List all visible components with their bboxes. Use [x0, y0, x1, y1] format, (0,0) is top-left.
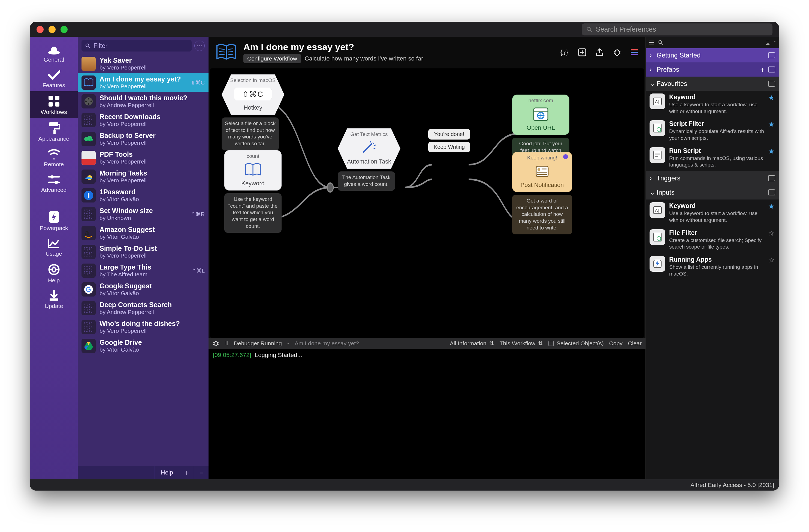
sidebar-item-workflows[interactable]: Workflows	[30, 91, 78, 118]
svg-line-57	[219, 54, 225, 55]
palette-item[interactable]: File Filter Create a customised file sea…	[646, 226, 779, 253]
workflow-item[interactable]: Simple To-Do List by Vero Pepperrell	[78, 242, 208, 261]
svg-text:G: G	[86, 285, 91, 293]
workflow-item[interactable]: Am I done my essay yet? by Vero Pepperre…	[78, 73, 208, 92]
sidebar-item-help[interactable]: Help	[30, 260, 78, 287]
favourite-star-button[interactable]: ★	[768, 120, 775, 128]
node-hotkey[interactable]: Selection in macOS ⇧⌘C Hotkey Select a f…	[222, 74, 279, 151]
expand-all-button[interactable]: ⌃	[773, 40, 776, 45]
node-automation-task[interactable]: Get Text Metrics Automation Task The Aut…	[338, 128, 395, 191]
collapse-all-button[interactable]: ⌄	[766, 40, 770, 45]
svg-rect-24	[84, 116, 88, 119]
add-note-button[interactable]	[577, 48, 587, 57]
svg-point-80	[659, 40, 662, 44]
node-keyword[interactable]: count Keyword Use the keyword "count" an…	[224, 150, 281, 233]
sidebar-item-features[interactable]: Features	[30, 66, 78, 91]
debug-button[interactable]	[612, 48, 622, 57]
workflow-item[interactable]: Should I watch this movie? by Andrew Pep…	[78, 92, 208, 111]
close-window-button[interactable]	[36, 26, 44, 33]
favourite-star-button[interactable]: ☆	[768, 256, 775, 264]
section-prefabs[interactable]: ›Prefabs＋	[646, 63, 779, 76]
search-preferences-input[interactable]: Search Preferences	[582, 23, 773, 35]
favourite-star-button[interactable]: ★	[768, 202, 775, 211]
debugger-copy-button[interactable]: Copy	[609, 340, 623, 347]
workflow-item[interactable]: Recent Downloads by Vero Pepperrell	[78, 111, 208, 130]
node-post-notification[interactable]: Keep writing! Post Notification Get a wo…	[512, 152, 572, 234]
workflow-item[interactable]: Google Drive by Vítor Galvão	[78, 336, 208, 355]
section-inputs[interactable]: ⌄Inputs	[646, 185, 779, 200]
search-icon[interactable]	[658, 39, 664, 46]
workflow-item[interactable]: a Amazon Suggest by Vítor Galvão	[78, 223, 208, 242]
workflow-canvas[interactable]: Selection in macOS ⇧⌘C Hotkey Select a f…	[210, 68, 644, 338]
favourite-star-button[interactable]: ★	[768, 93, 775, 102]
branch-keep[interactable]: Keep Writing	[428, 142, 470, 152]
workflow-item[interactable]: 1Password by Vítor Galvão	[78, 186, 208, 205]
debugger-selected-checkbox[interactable]: Selected Object(s)	[548, 340, 604, 347]
palette-item[interactable]: Running Apps Show a list of currently ru…	[646, 253, 779, 280]
zoom-window-button[interactable]	[61, 26, 68, 33]
sidebar-item-appearance[interactable]: Appearance	[30, 118, 78, 145]
debugger-log[interactable]: [09:05:27.672] Logging Started...	[208, 349, 646, 479]
section-getting-started[interactable]: ›Getting Started	[646, 48, 779, 63]
book-icon	[215, 43, 237, 62]
palette-item[interactable]: A| Keyword Use a keyword to start a work…	[646, 91, 779, 118]
workflow-item[interactable]: Morning Tasks by Vero Pepperrell	[78, 167, 208, 186]
workflow-help-button[interactable]: Help	[155, 466, 179, 479]
wand-icon	[361, 141, 377, 155]
workflow-item[interactable]: Deep Contacts Search by Andrew Pepperrel…	[78, 299, 208, 318]
log-timestamp: [09:05:27.672]	[213, 351, 251, 358]
node-caption: Get a word of encouragement, and a calcu…	[512, 195, 572, 234]
sidebar-item-remote[interactable]: Remote	[30, 145, 78, 170]
sidebar-item-general[interactable]: General	[30, 42, 78, 66]
favourite-star-button[interactable]: ☆	[768, 229, 775, 238]
workflow-item-author: by Vero Pepperrell	[100, 83, 187, 90]
list-icon[interactable]	[649, 40, 654, 45]
svg-line-1	[590, 30, 592, 32]
palette-item[interactable]: Script Filter Dynamically populate Alfre…	[646, 118, 779, 144]
add-workflow-button[interactable]: ＋	[179, 466, 194, 479]
sidebar-item-advanced[interactable]: Advanced	[30, 170, 78, 196]
window-controls	[36, 26, 68, 33]
debugger-pause-button[interactable]: ǁ	[225, 340, 228, 347]
svg-rect-42	[84, 272, 88, 275]
palette-item-icon: A|	[650, 93, 665, 109]
workflow-item-author: by The Alfred team	[100, 271, 188, 278]
palette-item[interactable]: Run Script Run commands in macOS, using …	[646, 144, 779, 171]
debugger-scope-select[interactable]: This Workflow⇅	[500, 340, 543, 347]
palette-item-name: Keyword	[669, 93, 764, 101]
sidebar-item-usage[interactable]: Usage	[30, 234, 78, 260]
sidebar-item-update[interactable]: Update	[30, 287, 78, 312]
workflow-item[interactable]: G Google Suggest by Vítor Galvão	[78, 280, 208, 299]
workflow-item-icon: a	[82, 226, 96, 240]
configure-workflow-button[interactable]: Configure Workflow	[243, 54, 301, 63]
branch-done[interactable]: You're done!	[428, 129, 470, 139]
palette-toggle-button[interactable]	[630, 48, 639, 57]
svg-rect-43	[89, 272, 93, 275]
remove-workflow-button[interactable]: －	[194, 466, 208, 479]
debugger-info-mode-select[interactable]: All Information⇅	[450, 340, 494, 347]
sidebar-item-powerpack[interactable]: Powerpack	[30, 207, 78, 234]
workflow-item[interactable]: Backup to Server by Vero Pepperrell	[78, 130, 208, 148]
debugger-clear-button[interactable]: Clear	[628, 340, 642, 347]
minimize-window-button[interactable]	[49, 26, 56, 33]
workflow-item[interactable]: Large Type This by The Alfred team ⌃⌘L	[78, 261, 208, 280]
svg-rect-49	[89, 309, 93, 313]
workflow-list-options-button[interactable]: ⋯	[194, 40, 205, 51]
section-triggers[interactable]: ›Triggers	[646, 171, 779, 185]
workflow-item-icon	[82, 245, 96, 259]
favourite-star-button[interactable]: ★	[768, 147, 775, 156]
workflow-item-icon	[82, 339, 96, 353]
export-button[interactable]	[595, 48, 605, 57]
variables-button[interactable]: {𝑥}	[560, 48, 570, 57]
svg-point-0	[587, 27, 590, 31]
workflow-item[interactable]: Who's doing the dishes? by Vero Pepperre…	[78, 318, 208, 336]
workflow-item[interactable]: Yak Saver by Vero Pepperrell	[78, 54, 208, 73]
workflow-filter-input[interactable]: Filter	[82, 40, 192, 52]
workflow-item[interactable]: PDF Tools by Vero Pepperrell	[78, 148, 208, 167]
node-caption: Select a file or a block of text to find…	[222, 118, 279, 151]
palette-item[interactable]: A| Keyword Use a keyword to start a work…	[646, 200, 779, 226]
svg-line-18	[89, 47, 90, 48]
log-message: Logging Started...	[255, 351, 302, 358]
workflow-item[interactable]: Set Window size by Unknown ⌃⌘R	[78, 205, 208, 223]
section-favourites[interactable]: ⌄Favourites	[646, 76, 779, 91]
